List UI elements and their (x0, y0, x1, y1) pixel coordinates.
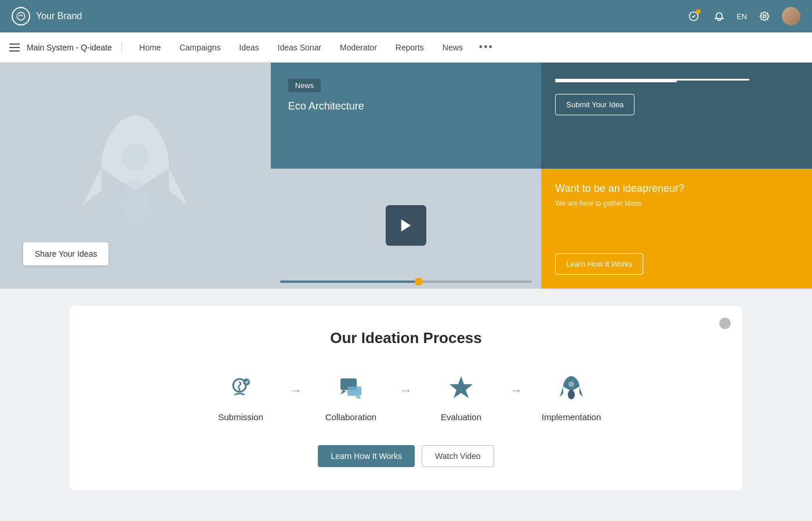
learn-how-button-hero[interactable]: Learn How It Works (555, 253, 643, 275)
play-button[interactable] (386, 205, 426, 246)
nav-moderator[interactable]: Moderator (332, 39, 385, 56)
hamburger-icon[interactable] (9, 43, 20, 52)
more-menu[interactable]: ••• (473, 38, 499, 57)
implementation-icon (554, 370, 589, 405)
video-progress-bar[interactable] (280, 280, 532, 283)
notification-dot (696, 9, 701, 14)
learn-how-button-process[interactable]: Learn How It Works (318, 445, 415, 467)
brand: Your Brand (12, 7, 82, 25)
ideapreneur-subtitle: We are here to gather ideas. (555, 199, 798, 207)
svg-marker-10 (449, 376, 473, 398)
nav-news[interactable]: News (434, 39, 471, 56)
brand-icon (12, 7, 30, 25)
step-collaboration-label: Collaboration (325, 412, 376, 422)
share-ideas-button[interactable]: Share Your Ideas (23, 242, 108, 265)
nav-ideas-sonar[interactable]: Ideas Sonar (270, 39, 330, 56)
step-evaluation: Evaluation (415, 370, 507, 422)
svg-point-12 (568, 390, 575, 399)
hero-section: Share Your Ideas News Eco Architecture S… (0, 63, 812, 289)
settings-icon[interactable] (756, 8, 773, 24)
brand-name: Your Brand (36, 11, 82, 21)
svg-point-7 (243, 378, 250, 385)
process-card: Our Ideation Process Submission → (70, 306, 742, 490)
nav-links: Home Campaigns Ideas Ideas Sonar Moderat… (131, 38, 499, 57)
hero-submit-panel: Submit Your Idea (541, 63, 812, 169)
nav-brand: Main System - Q-ideate (27, 43, 122, 52)
step-submission-label: Submission (218, 412, 263, 422)
step-submission: Submission (194, 370, 287, 422)
watch-video-button[interactable]: Watch Video (422, 445, 494, 467)
process-title: Our Ideation Process (93, 329, 719, 347)
collaboration-icon (334, 370, 368, 405)
news-title: Eco Architecture (288, 100, 524, 112)
evaluation-icon (444, 370, 478, 405)
video-area (271, 177, 542, 275)
process-buttons: Learn How It Works Watch Video (93, 445, 719, 467)
svg-point-0 (17, 12, 25, 20)
svg-point-6 (239, 389, 241, 391)
hero-ideapreneur-panel: Want to be an ideapreneur? We are here t… (541, 169, 812, 289)
arrow-1: → (289, 383, 302, 398)
svg-point-3 (122, 180, 149, 225)
title-lines (555, 79, 798, 82)
submission-icon (223, 370, 258, 405)
hero-news-panel: News Eco Architecture (271, 63, 542, 169)
video-progress-dot (415, 278, 423, 286)
arrow-3: → (510, 383, 523, 398)
title-line-2 (555, 81, 676, 82)
step-implementation: Implementation (525, 370, 618, 422)
arrow-2: → (400, 383, 412, 398)
avatar[interactable] (782, 7, 800, 25)
topbar-actions: EN (686, 7, 800, 25)
svg-point-2 (122, 143, 149, 170)
nav-home[interactable]: Home (131, 39, 169, 56)
bell-icon[interactable] (711, 8, 727, 24)
svg-point-1 (763, 15, 766, 18)
svg-point-11 (568, 381, 574, 387)
step-collaboration: Collaboration (304, 370, 397, 422)
hero-rocket-panel: Share Your Ideas (0, 63, 271, 289)
step-implementation-label: Implementation (542, 412, 601, 422)
submit-idea-button[interactable]: Submit Your Idea (555, 94, 635, 115)
nav-campaigns[interactable]: Campaigns (171, 39, 229, 56)
step-evaluation-label: Evaluation (441, 412, 481, 422)
topbar: Your Brand EN (0, 0, 812, 32)
process-section: Our Ideation Process Submission → (0, 289, 812, 519)
nav-reports[interactable]: Reports (387, 39, 432, 56)
language-selector[interactable]: EN (737, 12, 747, 21)
process-steps: Submission → Collaboration → (93, 370, 719, 422)
corner-dot (719, 318, 731, 329)
hero-video-panel (271, 169, 542, 289)
nav-ideas[interactable]: Ideas (231, 39, 267, 56)
svg-rect-9 (347, 387, 361, 396)
navbar: Main System - Q-ideate Home Campaigns Id… (0, 32, 812, 63)
rocket-icon (60, 100, 211, 251)
news-badge: News (288, 79, 321, 92)
ideapreneur-content: Want to be an ideapreneur? We are here t… (555, 183, 798, 207)
ideapreneur-title: Want to be an ideapreneur? (555, 183, 798, 195)
svg-marker-4 (401, 220, 411, 232)
video-progress-fill (280, 280, 419, 283)
check-icon[interactable] (686, 8, 702, 24)
